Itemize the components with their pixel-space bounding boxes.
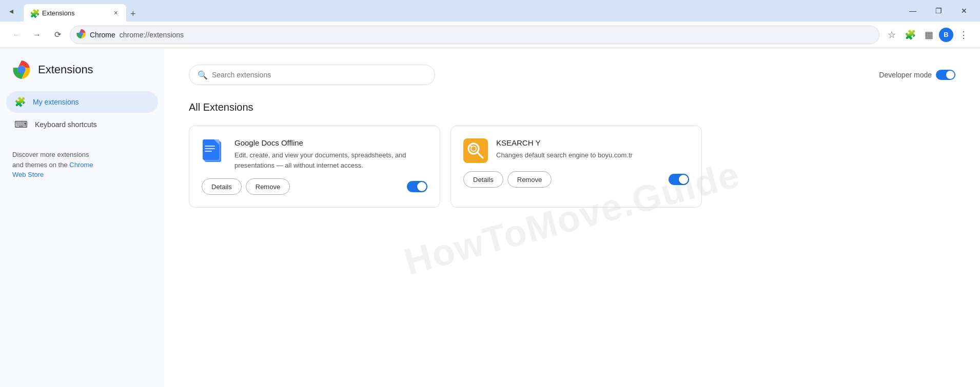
ext-card-header-ksearch: KSEARCH Y Changes default search engine … [463,138,689,163]
search-icon: 🔍 [198,70,208,80]
reload-button[interactable]: ⟳ [49,27,66,43]
tab-title: Extensions [42,9,108,17]
chrome-logo-small [76,29,86,40]
tab-bar: 🧩 Extensions × + [24,0,899,22]
google-docs-toggle[interactable] [407,181,427,192]
developer-mode-toggle-area: Developer mode [879,70,955,80]
close-button[interactable]: ✕ [952,3,976,19]
minimize-button[interactable]: — [901,3,925,19]
search-bar[interactable]: 🔍 [189,65,435,85]
my-extensions-icon: 🧩 [14,96,26,108]
window-controls: — ❐ ✕ [901,3,976,19]
active-tab[interactable]: 🧩 Extensions × [24,4,126,22]
forward-button[interactable]: → [29,27,45,43]
sidebar-item-keyboard-shortcuts[interactable]: ⌨ Keyboard shortcuts [6,114,158,135]
developer-mode-toggle[interactable] [936,70,955,80]
title-bar: ◂ 🧩 Extensions × + — ❐ ✕ [0,0,980,22]
extensions-grid: Google Docs Offline Edit, create, and vi… [189,126,702,208]
main-layout: Extensions 🧩 My extensions ⌨ Keyboard sh… [0,48,980,387]
developer-mode-label: Developer mode [879,71,932,79]
sidebar-discover: Discover more extensionsand themes on th… [0,141,164,188]
address-bar: ← → ⟳ Chrome chrome://extensions ☆ 🧩 ▦ B… [0,22,980,48]
search-input[interactable] [212,71,426,79]
new-tab-button[interactable]: + [126,7,140,22]
menu-button[interactable]: ⋮ [955,27,972,43]
ksearch-details-button[interactable]: Details [463,171,503,188]
google-docs-icon [202,138,226,163]
tab-close-button[interactable]: × [112,8,120,18]
google-docs-details-button[interactable]: Details [202,178,242,195]
ksearch-info: KSEARCH Y Changes default search engine … [496,138,689,160]
split-view-button[interactable]: ▦ [920,27,937,43]
ksearch-desc: Changes default search engine to boyu.co… [496,150,689,160]
google-docs-name: Google Docs Offline [234,138,427,147]
google-docs-desc: Edit, create, and view your documents, s… [234,150,427,170]
profile-button[interactable]: B [939,28,953,42]
sidebar-item-my-extensions[interactable]: 🧩 My extensions [6,91,158,113]
ksearch-name: KSEARCH Y [496,138,689,147]
ksearch-toggle[interactable] [669,174,689,185]
url-bar[interactable]: Chrome chrome://extensions [70,26,879,44]
content-header: 🔍 Developer mode [189,65,955,85]
back-button[interactable]: ← [8,27,25,43]
keyboard-icon: ⌨ [14,119,28,130]
sidebar-item-keyboard-shortcuts-label: Keyboard shortcuts [35,120,97,129]
sidebar-title: Extensions [38,63,93,76]
sidebar-header: Extensions [0,60,164,89]
google-docs-actions: Details Remove [202,178,427,195]
tab-controls-left: ◂ [4,4,18,18]
extensions-button[interactable]: 🧩 [902,27,918,43]
ksearch-remove-button[interactable]: Remove [507,171,552,188]
svg-rect-9 [205,148,215,149]
section-title: All Extensions [189,101,955,113]
restore-button[interactable]: ❐ [927,3,950,19]
tab-favicon: 🧩 [30,9,38,17]
extension-card-google-docs-offline: Google Docs Offline Edit, create, and vi… [189,126,440,208]
google-docs-info: Google Docs Offline Edit, create, and vi… [234,138,427,170]
url-path: chrome://extensions [120,31,184,39]
svg-point-1 [80,32,83,35]
tab-back-button[interactable]: ◂ [4,4,18,18]
address-bar-actions: ☆ 🧩 ▦ B ⋮ [884,27,972,43]
svg-rect-6 [203,139,219,160]
sidebar-nav: 🧩 My extensions ⌨ Keyboard shortcuts [0,91,164,135]
svg-point-3 [18,66,25,73]
svg-rect-10 [205,151,212,152]
sidebar-item-my-extensions-label: My extensions [33,98,79,106]
url-brand: Chrome [90,31,115,39]
content-area: HowToMove.Guide 🔍 Developer mode All Ext… [164,48,980,387]
bookmark-button[interactable]: ☆ [884,27,900,43]
svg-rect-8 [205,146,215,147]
google-docs-remove-button[interactable]: Remove [246,178,290,195]
ksearch-icon [463,138,488,163]
sidebar: Extensions 🧩 My extensions ⌨ Keyboard sh… [0,48,164,387]
ksearch-actions: Details Remove [463,171,689,188]
extension-card-ksearch: KSEARCH Y Changes default search engine … [450,126,702,208]
chrome-logo [12,60,31,79]
ext-card-header-google-docs: Google Docs Offline Edit, create, and vi… [202,138,427,170]
